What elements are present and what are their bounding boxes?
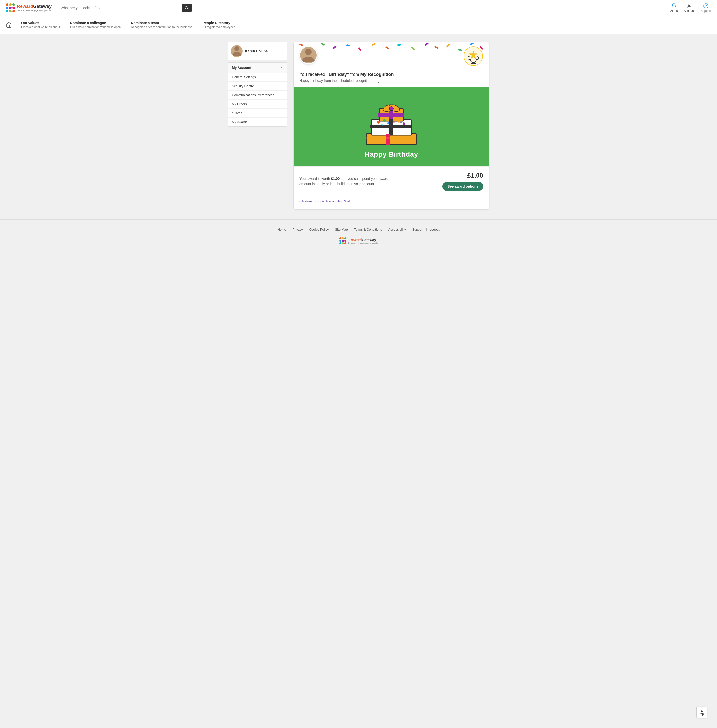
award-description: Your award is worth £1.00 and you can sp… xyxy=(299,176,401,187)
see-award-options-button[interactable]: See award options xyxy=(442,182,483,191)
sidebar-item-security-centre[interactable]: Security Centre xyxy=(228,82,287,91)
svg-point-24 xyxy=(397,119,400,122)
sidebar-item-comms-prefs[interactable]: Communications Preferences xyxy=(228,91,287,99)
footer-dot xyxy=(344,240,346,242)
footer-link-cookie-policy[interactable]: Cookie Policy xyxy=(306,228,332,231)
nav-item-nominate-team[interactable]: Nominate a team Recognise a team contrib… xyxy=(126,16,197,34)
footer-dot xyxy=(339,242,341,245)
avatar-image xyxy=(231,45,243,57)
svg-point-23 xyxy=(387,122,389,124)
card-title: You received "Birthday" from My Recognit… xyxy=(299,72,483,77)
home-icon xyxy=(6,22,12,28)
footer-link-privacy[interactable]: Privacy xyxy=(289,228,306,231)
svg-point-21 xyxy=(377,121,380,124)
user-avatar-large xyxy=(299,46,317,64)
footer: Home Privacy Cookie Policy Site Map Term… xyxy=(0,220,717,248)
bell-icon xyxy=(671,3,677,9)
logo-dot xyxy=(6,7,8,9)
svg-point-25 xyxy=(403,122,405,125)
logo-dots xyxy=(6,3,15,12)
trophy-icon xyxy=(463,46,483,66)
search-button[interactable] xyxy=(182,4,192,12)
footer-link-home[interactable]: Home xyxy=(275,228,289,231)
logo-text: RewardGateway xyxy=(17,4,52,9)
footer-dot xyxy=(339,237,341,239)
footer-dot xyxy=(342,237,344,239)
sidebar-item-ecards[interactable]: eCards xyxy=(228,109,287,118)
sidebar-user: Karen Collins xyxy=(227,42,287,60)
sidebar-item-my-awards[interactable]: My Awards xyxy=(228,118,287,126)
footer-link-terms[interactable]: Terms & Conditions xyxy=(351,228,385,231)
sidebar-menu: My Account General Settings Security Cen… xyxy=(227,62,287,127)
sidebar-item-my-orders[interactable]: My Orders xyxy=(228,99,287,109)
gift-box-illustration xyxy=(362,97,421,147)
account-button[interactable]: Account xyxy=(684,3,694,13)
card-subtitle: Happy birthday from the scheduled recogn… xyxy=(299,79,483,83)
sidebar-menu-title: My Account xyxy=(232,66,252,69)
award-section: Your award is worth £1.00 and you can sp… xyxy=(293,167,489,196)
svg-point-2 xyxy=(688,4,690,6)
sidebar-menu-header[interactable]: My Account xyxy=(228,63,287,73)
logo-dot xyxy=(12,10,15,12)
nav-bar: Our values Discover what we're all about… xyxy=(0,16,717,34)
footer-logo: RewardGateway the employee engagement pe… xyxy=(0,237,717,245)
search-bar[interactable] xyxy=(58,4,192,12)
svg-rect-10 xyxy=(471,63,476,64)
logo-dot xyxy=(6,3,8,6)
birthday-image: Happy Birthday xyxy=(293,87,489,167)
support-label: Support xyxy=(700,9,711,13)
svg-rect-15 xyxy=(378,113,404,116)
svg-line-1 xyxy=(188,9,188,9)
nav-item-subtitle: All registered employees xyxy=(202,25,235,29)
footer-link-accessibility[interactable]: Accessibility xyxy=(385,228,409,231)
nav-item-title: Nominate a colleague xyxy=(70,21,121,25)
svg-point-22 xyxy=(383,119,386,122)
nav-item-title: People Directory xyxy=(202,21,235,25)
logo-dot xyxy=(9,3,12,6)
award-right: £1.00 See award options xyxy=(442,172,483,191)
award-amount-display: £1.00 xyxy=(467,172,483,179)
search-input[interactable] xyxy=(58,4,182,12)
svg-rect-9 xyxy=(471,62,475,63)
chevron-up-icon xyxy=(279,66,283,69)
support-button[interactable]: Support xyxy=(700,3,711,13)
nav-item-people-directory[interactable]: People Directory All registered employee… xyxy=(197,16,240,34)
footer-dot xyxy=(339,240,341,242)
footer-logo-text: RewardGateway xyxy=(348,238,378,242)
logo-dot xyxy=(12,7,15,9)
logo-dot xyxy=(9,10,12,12)
svg-rect-17 xyxy=(371,125,412,128)
nav-item-our-values[interactable]: Our values Discover what we're all about xyxy=(16,16,65,34)
footer-dot xyxy=(342,242,344,245)
svg-point-6 xyxy=(305,49,312,55)
footer-dot xyxy=(344,242,346,245)
nav-item-nominate-colleague[interactable]: Nominate a colleague Our award nominatio… xyxy=(65,16,126,34)
footer-link-support[interactable]: Support xyxy=(409,228,427,231)
alerts-button[interactable]: Alerts xyxy=(670,3,678,13)
award-name: "Birthday" xyxy=(326,72,349,77)
person-icon xyxy=(686,3,692,9)
alerts-label: Alerts xyxy=(670,9,678,13)
footer-logo-tagline: the employee engagement people xyxy=(348,242,378,244)
return-link[interactable]: < Return to Social Recognition Wall xyxy=(299,199,350,203)
nav-item-title: Our values xyxy=(21,21,60,25)
footer-link-site-map[interactable]: Site Map xyxy=(332,228,351,231)
recognition-card: You received "Birthday" from My Recognit… xyxy=(293,42,490,210)
svg-point-0 xyxy=(185,6,188,9)
svg-point-26 xyxy=(393,121,395,123)
logo-dot xyxy=(6,10,8,12)
main-content: Karen Collins My Account General Setting… xyxy=(221,42,496,210)
nav-home[interactable] xyxy=(2,16,16,34)
header: RewardGateway the employee engagement pe… xyxy=(0,0,717,16)
sidebar-item-general-settings[interactable]: General Settings xyxy=(228,73,287,82)
footer-dot xyxy=(344,237,346,239)
logo[interactable]: RewardGateway the employee engagement pe… xyxy=(6,3,52,12)
confetti-decoration xyxy=(293,42,489,57)
nav-item-title: Nominate a team xyxy=(131,21,192,25)
return-link-container: < Return to Social Recognition Wall xyxy=(293,196,489,209)
header-actions: Alerts Account Support xyxy=(670,3,711,13)
footer-link-logout[interactable]: Logout xyxy=(427,228,442,231)
sidebar-username: Karen Collins xyxy=(245,49,268,53)
svg-rect-30 xyxy=(366,136,416,139)
confetti-header xyxy=(293,42,489,68)
